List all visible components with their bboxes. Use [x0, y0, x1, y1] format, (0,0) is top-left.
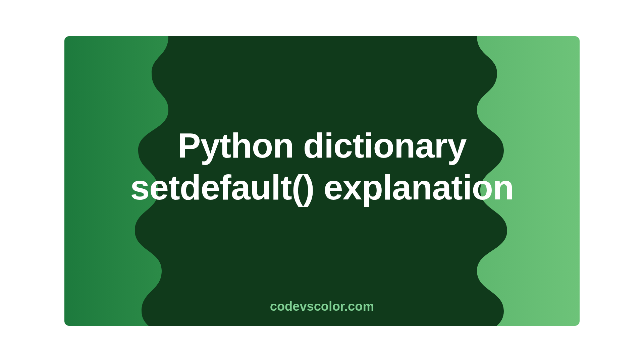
banner-footer: codevscolor.com [270, 299, 374, 314]
banner-title: Python dictionary setdefault() explanati… [90, 125, 554, 208]
banner-card: Python dictionary setdefault() explanati… [64, 36, 580, 326]
